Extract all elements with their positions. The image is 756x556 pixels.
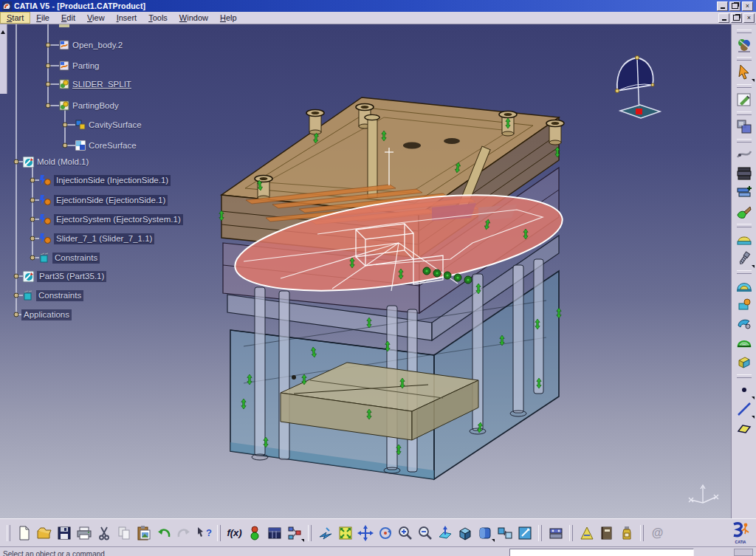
tree-item-constraints-root[interactable]: Constraints	[23, 289, 83, 301]
menu-start[interactable]: Start	[0, 12, 30, 24]
tree-item-partingbody[interactable]: PartingBody	[59, 100, 119, 111]
flyout-arrow[interactable]	[492, 539, 495, 542]
powercopy-icon[interactable]	[735, 118, 753, 136]
doc-minimize-button[interactable]	[718, 13, 729, 23]
tree-item-mold[interactable]: Mold (Mold.1)	[23, 156, 89, 168]
insert-component-icon[interactable]	[735, 296, 753, 314]
menu-tools[interactable]: Tools	[142, 13, 173, 23]
flyout-arrow[interactable]	[752, 79, 755, 82]
menu-edit[interactable]: Edit	[55, 13, 81, 23]
mold-tooling-workbench-icon[interactable]	[735, 36, 753, 54]
sketcher-icon[interactable]	[735, 91, 753, 109]
component-icon	[39, 214, 51, 224]
knowledge-icon[interactable]	[247, 525, 263, 541]
relations-icon[interactable]	[286, 525, 303, 541]
measure-icon[interactable]	[579, 525, 595, 541]
flyout-arrow[interactable]	[752, 397, 755, 399]
menu-help[interactable]: Help	[214, 13, 243, 23]
print-icon[interactable]	[76, 525, 92, 541]
tree-item-open-body-2[interactable]: Open_body.2	[59, 39, 123, 51]
design-table-icon[interactable]	[267, 525, 283, 541]
constraints-icon	[23, 290, 33, 301]
toolbar-handle[interactable]	[737, 84, 752, 88]
toolbar-handle[interactable]	[737, 374, 752, 378]
pan-icon[interactable]	[357, 525, 374, 541]
select-arrow-icon[interactable]	[735, 64, 753, 81]
save-icon[interactable]	[56, 525, 72, 541]
doc-close-button[interactable]: ×	[743, 13, 755, 23]
doc-restore-button[interactable]	[731, 13, 742, 23]
toolbar-handle[interactable]	[737, 30, 752, 33]
status-grip[interactable]	[734, 549, 753, 556]
cut-icon[interactable]	[96, 525, 112, 541]
swap-space-icon[interactable]	[517, 525, 533, 541]
tree-item-injectionside[interactable]: InjectionSide (InjectionSide.1)	[39, 174, 171, 186]
hide-show-icon[interactable]	[497, 525, 513, 541]
menu-window[interactable]: Window	[173, 13, 214, 23]
flyout-arrow[interactable]	[752, 416, 755, 419]
gate-icon[interactable]	[735, 203, 753, 221]
surface-body-icon	[59, 61, 69, 71]
tree-item-ejectionside[interactable]: EjectionSide (EjectionSide.1)	[39, 194, 168, 206]
toolbar-handle[interactable]	[737, 270, 752, 274]
tree-item-coresurface[interactable]: CoreSurface	[75, 140, 137, 151]
fit-all-icon[interactable]	[337, 525, 354, 541]
point-icon[interactable]	[735, 381, 753, 399]
fly-mode-icon[interactable]	[317, 525, 334, 541]
green-dome-icon[interactable]	[735, 334, 753, 352]
power-input[interactable]	[509, 549, 694, 556]
tree-item-ejectorsystem[interactable]: EjectorSystem (EjectorSystem.1)	[39, 213, 183, 225]
rotate-icon[interactable]	[377, 525, 394, 541]
open-folder-icon[interactable]	[36, 525, 52, 541]
cavity-dome-icon[interactable]	[735, 230, 753, 248]
catalog-icon[interactable]	[599, 525, 615, 541]
flyout-arrow[interactable]	[752, 265, 755, 268]
at-link-icon[interactable]: @	[650, 525, 666, 541]
shading-icon[interactable]	[477, 525, 493, 541]
restore-button[interactable]	[729, 1, 740, 11]
menu-file[interactable]: File	[30, 13, 55, 23]
normal-view-icon[interactable]	[437, 525, 453, 541]
mold-plate-icon[interactable]	[548, 525, 564, 541]
menu-view[interactable]: View	[81, 13, 111, 23]
toolbar-handle[interactable]	[737, 139, 752, 143]
close-button[interactable]: ×	[742, 1, 753, 11]
add-plate-icon[interactable]	[735, 184, 753, 202]
tree-item-label: EjectionSide (EjectionSide.1)	[54, 195, 168, 206]
tree-item-cavitysurface[interactable]: CavitySurface	[75, 119, 142, 131]
flyout-arrow[interactable]	[301, 539, 304, 542]
paste-icon[interactable]	[136, 525, 152, 541]
measure-curve-icon[interactable]	[735, 145, 753, 163]
line-icon[interactable]	[735, 400, 753, 418]
whats-this-icon[interactable]: ?	[196, 525, 212, 541]
undo-icon[interactable]	[156, 525, 172, 541]
standard-part-icon[interactable]	[735, 354, 753, 371]
tree-item-applications[interactable]: Applications	[21, 309, 72, 320]
3d-viewport[interactable]: Open_body.2 Parting SLIDER_SPLIT Parting…	[0, 24, 731, 518]
iso-view-icon[interactable]	[457, 525, 473, 541]
tree-item-constraints-mold[interactable]: Constraints	[39, 252, 100, 264]
tree-item-parting[interactable]: Parting	[59, 60, 99, 72]
zoom-in-icon[interactable]	[397, 525, 413, 541]
insert-dome-icon[interactable]	[735, 277, 753, 295]
material-icon[interactable]	[619, 525, 635, 541]
clipped-tree-item	[59, 24, 69, 27]
tooling-tool-icon[interactable]	[735, 315, 753, 333]
tree-item-part35[interactable]: Part35 (Part35.1)	[23, 270, 106, 282]
redo-icon[interactable]	[176, 525, 192, 541]
tree-item-slider-7-1[interactable]: Slider_7_1 (Slider_7_1.1)	[39, 233, 154, 244]
toolbar-handle[interactable]	[737, 111, 752, 115]
toolbar-handle[interactable]	[737, 57, 752, 61]
new-document-icon[interactable]	[16, 525, 32, 541]
formula-icon[interactable]: f(x)	[227, 525, 243, 541]
plane-icon[interactable]	[735, 419, 753, 437]
toolbar-handle[interactable]	[737, 224, 752, 227]
menu-insert[interactable]: Insert	[111, 13, 143, 23]
toolbar-handle[interactable]	[7, 525, 10, 541]
tree-item-slider-split[interactable]: SLIDER_SPLIT	[59, 78, 131, 90]
minimize-button[interactable]	[717, 1, 728, 11]
mold-base-icon[interactable]	[735, 165, 753, 182]
screw-icon[interactable]	[735, 250, 753, 267]
copy-icon[interactable]	[116, 525, 132, 541]
zoom-out-icon[interactable]	[417, 525, 433, 541]
